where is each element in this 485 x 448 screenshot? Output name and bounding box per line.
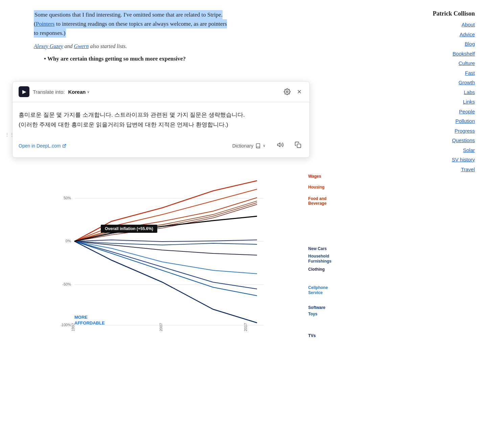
nav-sv-history[interactable]: SV history [424,155,475,165]
translate-footer: Open in DeepL.com Dictionary ∨ [13,136,309,157]
site-author: Patrick Collison [424,10,475,17]
wages-label: Wages [308,174,331,179]
dictionary-chevron: ∨ [263,143,265,148]
pointers-link[interactable]: Pointers [36,21,55,27]
nav-questions[interactable]: Questions [424,136,475,145]
also-text: also started lists. [90,43,127,49]
nav-pollution[interactable]: Pollution [424,116,475,126]
close-button[interactable] [295,88,303,96]
copy-button[interactable] [293,139,303,152]
inflation-tooltip: Overall inflation (+55.6%) [101,225,157,233]
nav-links[interactable]: Links [424,97,475,107]
nav-people[interactable]: People [424,107,475,117]
nav-about[interactable]: About [424,20,475,30]
gwern-link[interactable]: Gwern [74,43,89,49]
settings-button[interactable] [282,87,292,96]
translate-body: 흥미로운 질문 몇 가지를 소개합니다. 스트라이프와 관련된 몇 가지 질문은… [13,102,309,136]
nav-fast[interactable]: Fast [424,68,475,78]
software-label: Software [308,305,331,310]
translate-header: ▶ Translate into: Korean ∨ [13,82,309,102]
nav-solar[interactable]: Solar [424,145,475,155]
nav-travel[interactable]: Travel [424,165,475,175]
nav-progress[interactable]: Progress [424,126,475,136]
nav-bookshelf[interactable]: Bookshelf [424,49,475,59]
svg-text:2017: 2017 [244,323,248,331]
highlight-text: Some questions that I find interesting. … [34,10,227,38]
translate-into-label: Translate into: [33,89,65,95]
svg-text:0%: 0% [66,239,71,243]
toys-label: Toys [308,312,331,316]
more-affordable-label: MOREAFFORDABLE [74,315,105,326]
svg-marker-4 [278,143,280,147]
housing-label: Housing [308,185,331,189]
sound-button[interactable] [275,139,286,152]
main-content: Some questions that I find interesting. … [20,0,325,353]
dictionary-label: Dictionary [232,143,253,149]
svg-text:-50%: -50% [62,282,71,286]
svg-text:-100%: -100% [61,323,71,327]
sidebar-nav: Patrick Collison About Advice Blog Books… [424,10,475,174]
dictionary-button[interactable]: Dictionary ∨ [230,142,268,150]
household-label: HouseholdFurnishings [308,254,331,264]
nav-labs[interactable]: Labs [424,88,475,97]
translated-text: 흥미로운 질문 몇 가지를 소개합니다. 스트라이프와 관련된 몇 가지 질문은… [19,110,303,130]
nav-growth[interactable]: Growth [424,78,475,88]
clothing-label: Clothing [308,267,331,272]
nav-blog[interactable]: Blog [424,39,475,49]
svg-rect-5 [297,144,301,148]
bullet-why-expensive: • Why are certain things getting so much… [44,55,311,62]
alexey-link[interactable]: Alexey Guzey [34,43,63,49]
language-name: Korean [68,89,86,95]
open-deepl-link[interactable]: Open in DeepL.com [19,143,66,149]
tvs-label: TVs [308,333,331,338]
language-selector[interactable]: Korean ∨ [68,89,90,95]
deepl-icon: ▶ [19,86,29,97]
deepl-logo: ▶ [22,89,26,95]
svg-text:50%: 50% [64,196,71,200]
new-cars-label: New Cars [308,246,331,251]
author-line: Alexey Guzey and Gwern also started list… [34,43,311,49]
food-beverage-label: Food andBeverage [308,196,331,206]
intro-paragraph: Some questions that I find interesting. … [34,10,311,38]
and-text: and [65,43,74,49]
translate-popup: ▶ Translate into: Korean ∨ [12,81,310,158]
svg-text:2007: 2007 [159,323,163,331]
inflation-chart: 50% 0% -50% -100% 1997 2007 2017 [61,171,284,333]
cellphone-label: CellphoneService [308,285,331,295]
chart-area: Overall inflation (+55.6%) MOREAFFORDABL… [41,171,331,353]
svg-point-0 [286,91,288,93]
nav-advice[interactable]: Advice [424,30,475,40]
svg-line-3 [64,144,66,146]
open-deepl-text: Open in DeepL.com [19,143,61,149]
chevron-down-icon: ∨ [87,90,90,94]
nav-culture[interactable]: Culture [424,59,475,68]
